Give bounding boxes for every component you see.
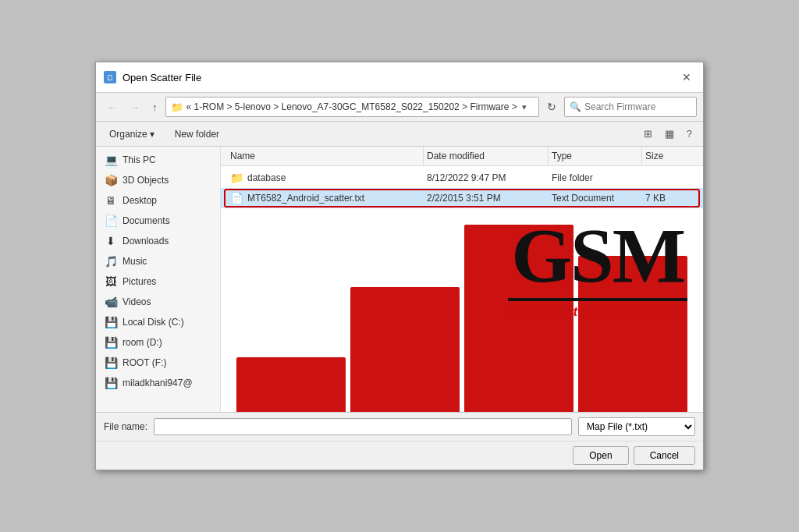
sidebar-item-3D-Objects[interactable]: 📦3D Objects [96, 170, 220, 190]
nav-icon: 🖼 [104, 275, 118, 288]
file-icon: 📁 [230, 172, 243, 184]
nav-label: ROOT (F:) [123, 357, 166, 368]
organize-button[interactable]: Organize ▾ [102, 126, 162, 143]
sidebar-item-Videos[interactable]: 📹Videos [96, 292, 220, 312]
address-path[interactable]: 📁 « 1-ROM > 5-lenovo > Lenovo_A7-30GC_MT… [165, 97, 540, 117]
column-headers: Name Date modified Type Size [221, 147, 703, 166]
nav-label: This PC [123, 154, 156, 165]
nav-label: Music [123, 256, 147, 267]
close-button[interactable]: ✕ [678, 69, 695, 86]
window-icon: 🗋 [104, 71, 116, 83]
sidebar-item-This-PC[interactable]: 💻This PC [96, 150, 220, 170]
col-header-date[interactable]: Date modified [424, 147, 549, 165]
nav-icon: 💾 [104, 316, 118, 328]
sidebar-item-ROOT-F[interactable]: 💾ROOT (F:) [96, 353, 220, 373]
search-input[interactable] [584, 101, 691, 112]
nav-icon: 📹 [104, 296, 118, 308]
new-folder-label: New folder [175, 129, 219, 140]
nav-icon: 💾 [104, 336, 118, 349]
search-icon: 🔍 [570, 101, 581, 112]
nav-icon: 📦 [104, 174, 118, 186]
sidebar-item-miladkhani947[interactable]: 💾miladkhani947@ [96, 373, 220, 393]
nav-label: Downloads [123, 236, 169, 246]
filename-input[interactable] [154, 418, 572, 435]
organize-chevron-icon: ▾ [150, 129, 154, 140]
col-header-size[interactable]: Size [642, 147, 697, 165]
window-title: Open Scatter File [123, 72, 672, 83]
sidebar-item-Documents[interactable]: 📄Documents [96, 211, 220, 231]
file-type-cell: Text Document [549, 189, 642, 207]
sidebar-item-Music[interactable]: 🎵Music [96, 251, 220, 271]
nav-label: Desktop [123, 195, 157, 206]
col-header-name[interactable]: Name [227, 147, 424, 165]
nav-icon: 💾 [104, 356, 118, 369]
file-row[interactable]: 📄 MT6582_Android_scatter.txt 2/2/2015 3:… [221, 188, 703, 208]
new-folder-button[interactable]: New folder [168, 126, 226, 143]
nav-label: Pictures [123, 276, 156, 287]
path-text: « 1-ROM > 5-lenovo > Lenovo_A7-30GC_MT65… [186, 101, 517, 112]
file-name: MT6582_Android_scatter.txt [247, 193, 364, 204]
nav-label: room (D:) [123, 337, 162, 348]
nav-icon: 🎵 [104, 255, 118, 268]
file-size-cell [642, 174, 697, 182]
dialog-window: 🗋 Open Scatter File ✕ ← → ↑ 📁 « 1-ROM > … [95, 62, 704, 470]
col-header-type[interactable]: Type [549, 147, 642, 165]
folder-icon: 📁 [171, 101, 183, 113]
sidebar-item-Local-Disk-C[interactable]: 💾Local Disk (C:) [96, 312, 220, 332]
view-details-button[interactable]: ⊞ [639, 125, 657, 143]
path-dropdown-button[interactable]: ▾ [520, 101, 528, 114]
bottom-bar: File name: Map File (*.txt) [96, 412, 703, 441]
file-type-cell: File folder [549, 168, 642, 187]
nav-label: Videos [123, 296, 151, 307]
nav-label: 3D Objects [123, 175, 169, 186]
sidebar-item-Desktop[interactable]: 🖥Desktop [96, 190, 220, 211]
file-row[interactable]: 📁 database 8/12/2022 9:47 PM File folder [221, 168, 703, 188]
nav-label: Documents [123, 215, 170, 226]
file-icon: 📄 [230, 192, 243, 204]
nav-icon: 🖥 [104, 194, 118, 207]
nav-label: Local Disk (C:) [123, 317, 184, 328]
view-tiles-button[interactable]: ▦ [660, 125, 679, 143]
sidebar-item-room-D[interactable]: 💾room (D:) [96, 332, 220, 353]
file-name-cell: 📄 MT6582_Android_scatter.txt [227, 188, 424, 208]
nav-icon: 💻 [104, 154, 118, 166]
help-button[interactable]: ? [682, 125, 697, 143]
action-buttons: Open Cancel [96, 441, 703, 470]
nav-icon: ⬇ [104, 235, 118, 247]
file-date-cell: 8/12/2022 9:47 PM [424, 168, 549, 187]
address-bar: ← → ↑ 📁 « 1-ROM > 5-lenovo > Lenovo_A7-3… [96, 93, 703, 122]
title-bar: 🗋 Open Scatter File ✕ [96, 62, 703, 93]
forward-button[interactable]: → [125, 99, 144, 115]
file-area: Name Date modified Type Size 📁 database … [221, 147, 703, 412]
open-button[interactable]: Open [573, 446, 628, 465]
organize-label: Organize [109, 129, 147, 140]
filetype-select[interactable]: Map File (*.txt) [578, 417, 695, 436]
toolbar-right: ⊞ ▦ ? [639, 125, 697, 143]
back-button[interactable]: ← [102, 99, 122, 115]
refresh-button[interactable]: ↻ [542, 98, 561, 115]
file-size-cell: 7 KB [642, 189, 697, 207]
file-name: database [247, 172, 286, 183]
filename-label: File name: [104, 421, 147, 432]
sidebar-item-Downloads[interactable]: ⬇Downloads [96, 231, 220, 251]
left-panel: 💻This PC📦3D Objects🖥Desktop📄Documents⬇Do… [96, 147, 221, 412]
file-name-cell: 📁 database [227, 168, 424, 188]
search-box: 🔍 [564, 97, 697, 117]
cancel-button[interactable]: Cancel [634, 446, 695, 465]
nav-label: miladkhani947@ [123, 378, 193, 388]
nav-icon: 💾 [104, 377, 118, 389]
file-date-cell: 2/2/2015 3:51 PM [424, 189, 549, 207]
toolbar: Organize ▾ New folder ⊞ ▦ ? [96, 122, 703, 147]
up-button[interactable]: ↑ [147, 99, 162, 115]
file-list: 📁 database 8/12/2022 9:47 PM File folder… [221, 166, 703, 412]
nav-icon: 📄 [104, 215, 118, 227]
sidebar-item-Pictures[interactable]: 🖼Pictures [96, 271, 220, 292]
main-content: 💻This PC📦3D Objects🖥Desktop📄Documents⬇Do… [96, 147, 703, 412]
